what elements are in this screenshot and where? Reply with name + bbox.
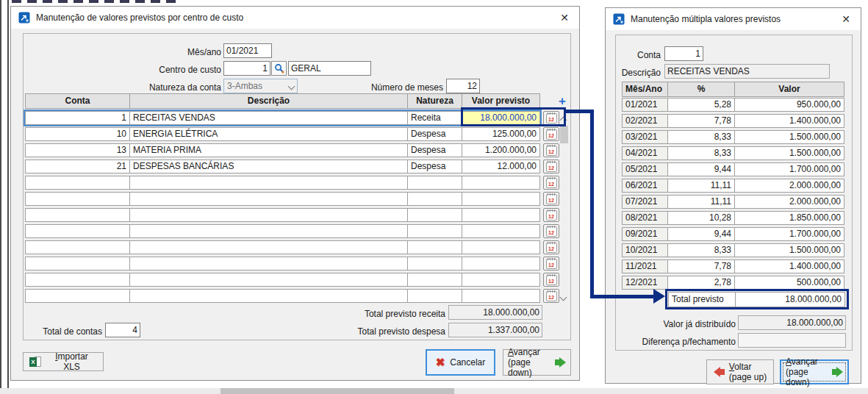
left-table-row[interactable]: 13MATERIA PRIMADespesa1.200.000,0012 (25, 143, 559, 157)
right-table-row[interactable]: 01/20215,28950.000,00 (622, 98, 844, 112)
numero-meses-field[interactable]: 12 (446, 79, 480, 93)
cell-conta[interactable] (25, 176, 130, 190)
cell-natureza[interactable] (407, 192, 462, 206)
cell-percent[interactable]: 8,33 (667, 146, 735, 160)
calendar-button[interactable]: 12 (543, 224, 559, 238)
cell-percent[interactable]: 5,28 (667, 98, 735, 112)
horizontal-scrollbar-thumb[interactable] (220, 388, 454, 394)
cell-valor[interactable]: 2.000.000,00 (734, 195, 844, 209)
cell-percent[interactable]: 8,33 (667, 243, 735, 257)
cell-descricao[interactable]: DESPESAS BANCÁRIAS (129, 160, 408, 173)
left-table-row[interactable]: 1RECEITAS VENDASReceita18.000.000,0012 (25, 111, 559, 125)
scroll-up-icon[interactable] (561, 115, 566, 125)
calendar-button[interactable]: 12 (543, 143, 559, 157)
vertical-scrollbar-thumb[interactable] (560, 126, 568, 143)
cell-percent[interactable]: 9,44 (667, 227, 735, 241)
cell-descricao[interactable] (129, 224, 408, 238)
close-icon[interactable]: ✕ (556, 7, 573, 29)
centro-custo-code-field[interactable]: 1 (223, 61, 270, 76)
left-table-row[interactable]: 12 (25, 208, 559, 222)
cell-descricao[interactable] (129, 289, 408, 303)
cell-valor-previsto[interactable]: 1.200.000,00 (462, 143, 540, 157)
cell-percent[interactable]: 9,44 (667, 162, 735, 176)
right-table-row[interactable]: 08/202110,281.850.000,00 (622, 211, 844, 225)
avancar-button-left[interactable]: Avançar (page down) (503, 349, 571, 376)
cell-natureza[interactable]: Despesa (407, 160, 462, 173)
cell-natureza[interactable] (407, 289, 462, 303)
calendar-button[interactable]: 12 (543, 160, 559, 173)
cell-conta[interactable] (25, 273, 130, 287)
calendar-button[interactable]: 12 (543, 176, 559, 190)
cell-descricao[interactable] (129, 176, 408, 190)
right-table-row[interactable]: 07/202111,112.000.000,00 (622, 195, 844, 209)
cell-percent[interactable]: 8,33 (667, 130, 735, 144)
close-icon[interactable]: ✕ (837, 8, 855, 30)
cell-percent[interactable]: 7,78 (667, 259, 735, 273)
cell-valor[interactable]: 2.000.000,00 (734, 179, 844, 193)
cell-valor-previsto[interactable]: 18.000.000,00 (462, 111, 540, 125)
cell-natureza[interactable] (407, 257, 462, 271)
avancar-button-right[interactable]: Avançar (page down) (780, 359, 849, 384)
cell-valor[interactable]: 1.500.000,00 (734, 130, 844, 144)
cell-natureza[interactable]: Despesa (407, 143, 462, 157)
cell-valor-previsto[interactable] (462, 273, 540, 287)
voltar-button[interactable]: Voltar (page up) (706, 359, 774, 384)
cell-conta[interactable]: 21 (25, 160, 130, 173)
right-table-row[interactable]: 12/20212,78500.000,00 (622, 276, 844, 290)
calendar-button[interactable]: 12 (543, 208, 559, 222)
cell-conta[interactable]: 10 (25, 127, 130, 141)
cell-valor[interactable]: 1.700.000,00 (734, 227, 844, 241)
cell-natureza[interactable] (407, 208, 462, 222)
cell-natureza[interactable]: Receita (407, 111, 462, 125)
cell-valor[interactable]: 1.500.000,00 (734, 146, 844, 160)
left-table-row[interactable]: 12 (25, 273, 559, 287)
cell-valor-previsto[interactable] (462, 208, 540, 222)
left-table-row[interactable]: 12 (25, 289, 559, 303)
cell-valor-previsto[interactable] (462, 224, 540, 238)
cell-valor[interactable]: 500.000,00 (734, 276, 844, 290)
cell-descricao[interactable] (129, 257, 408, 271)
calendar-button[interactable]: 12 (543, 257, 559, 271)
add-row-icon[interactable]: + (559, 95, 566, 108)
right-table-row[interactable]: 10/20218,331.500.000,00 (622, 243, 844, 257)
cell-valor-previsto[interactable] (462, 289, 540, 303)
cell-conta[interactable] (25, 208, 130, 222)
centro-custo-name-field[interactable]: GERAL (288, 61, 371, 76)
cell-descricao[interactable]: RECEITAS VENDAS (129, 111, 408, 125)
cell-descricao[interactable]: ENERGIA ELÉTRICA (129, 127, 408, 141)
cell-percent[interactable]: 10,28 (667, 211, 735, 225)
cell-valor[interactable]: 1.500.000,00 (734, 243, 844, 257)
cell-conta[interactable] (25, 192, 130, 206)
cell-conta[interactable] (25, 224, 130, 238)
right-table-row[interactable]: 06/202111,112.000.000,00 (622, 179, 844, 193)
left-table-row[interactable]: 12 (25, 192, 559, 206)
cell-descricao[interactable] (129, 273, 408, 287)
calendar-button[interactable]: 12 (543, 127, 559, 141)
cell-valor[interactable]: 1.700.000,00 (734, 162, 844, 176)
right-table-row[interactable]: 09/20219,441.700.000,00 (622, 227, 844, 241)
cell-valor[interactable]: 1.400.000,00 (734, 259, 844, 273)
cell-descricao[interactable] (129, 208, 408, 222)
cell-natureza[interactable] (407, 240, 462, 254)
left-table-row[interactable]: 12 (25, 176, 559, 190)
cell-valor-previsto[interactable] (462, 240, 540, 254)
left-table-row[interactable]: 12 (25, 224, 559, 238)
centro-custo-lookup-button[interactable] (271, 61, 287, 76)
mes-ano-field[interactable]: 01/2021 (223, 43, 272, 58)
calendar-button[interactable]: 12 (543, 111, 559, 125)
calendar-button[interactable]: 12 (543, 289, 559, 303)
cell-percent[interactable]: 2,78 (667, 276, 735, 290)
cell-descricao[interactable] (129, 240, 408, 254)
right-table-row[interactable]: 11/20217,781.400.000,00 (622, 259, 844, 273)
cell-natureza[interactable] (407, 176, 462, 190)
cell-percent[interactable]: 11,11 (667, 195, 735, 209)
cell-conta[interactable]: 13 (25, 143, 130, 157)
cell-percent[interactable]: 7,78 (667, 114, 735, 128)
cell-valor-previsto[interactable]: 125.000,00 (462, 127, 540, 141)
left-table-row[interactable]: 12 (25, 257, 559, 271)
calendar-button[interactable]: 12 (543, 192, 559, 206)
cell-conta[interactable] (25, 257, 130, 271)
cell-valor-previsto[interactable] (462, 192, 540, 206)
cell-conta[interactable] (25, 289, 130, 303)
left-table-row[interactable]: 21DESPESAS BANCÁRIASDespesa12.000,0012 (25, 160, 559, 173)
